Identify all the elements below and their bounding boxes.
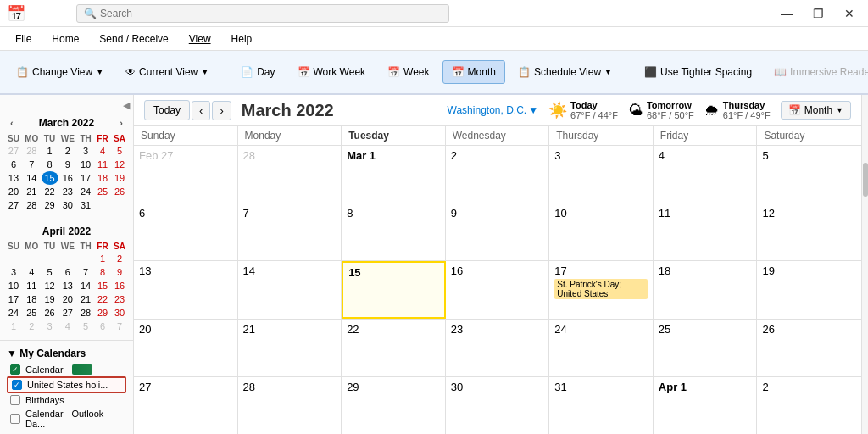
mini-date[interactable]: 13 <box>5 171 22 185</box>
my-calendars-title[interactable]: ▼ My Calendars <box>7 348 126 359</box>
mini-date[interactable] <box>111 198 128 212</box>
next-nav-button[interactable]: › <box>212 101 231 120</box>
mini-date[interactable]: 4 <box>94 144 111 158</box>
mini-date[interactable]: 14 <box>77 279 94 292</box>
mini-date[interactable]: 17 <box>5 292 22 306</box>
mini-date[interactable]: 10 <box>5 279 22 292</box>
grid-cell[interactable]: Mar 1 <box>342 146 446 203</box>
grid-cell-today[interactable]: 15 <box>342 261 446 318</box>
mini-date[interactable]: 28 <box>22 198 42 212</box>
grid-cell[interactable]: 4 <box>654 146 758 203</box>
mini-date[interactable]: 20 <box>58 292 78 306</box>
mini-date[interactable]: 1 <box>5 320 22 333</box>
restore-button[interactable]: ❐ <box>806 3 831 24</box>
grid-cell[interactable]: 3 <box>549 146 654 203</box>
mini-date[interactable]: 17 <box>77 171 94 185</box>
calendar-item-birthdays[interactable]: Birthdays <box>7 393 126 407</box>
grid-cell[interactable]: 23 <box>446 320 550 376</box>
prev-month-btn[interactable]: ‹ <box>7 116 17 130</box>
menu-view[interactable]: View <box>181 30 220 48</box>
grid-cell[interactable]: 18 <box>654 261 758 318</box>
scrollbar[interactable] <box>861 95 868 434</box>
mini-date[interactable]: 29 <box>94 306 111 320</box>
mini-date[interactable]: 4 <box>22 265 42 279</box>
mini-date[interactable]: 14 <box>22 171 42 185</box>
menu-file[interactable]: File <box>7 30 40 48</box>
mini-date[interactable]: 15 <box>94 279 111 292</box>
search-input[interactable] <box>100 8 442 19</box>
grid-cell[interactable]: 20 <box>134 320 238 376</box>
mini-date[interactable]: 2 <box>58 144 78 158</box>
immersive-reader-button[interactable]: 📖 Immersive Reader <box>765 60 868 84</box>
mini-date[interactable]: 10 <box>77 158 94 171</box>
week-button[interactable]: 📅 Week <box>378 60 438 84</box>
mini-date[interactable]: 5 <box>111 144 128 158</box>
prev-nav-button[interactable]: ‹ <box>192 101 210 120</box>
mini-date[interactable]: 6 <box>94 320 111 333</box>
mini-date[interactable]: 11 <box>22 279 42 292</box>
mini-date[interactable]: 30 <box>111 306 128 320</box>
calendar-checkbox-4[interactable] <box>10 414 20 424</box>
grid-cell[interactable]: 24 <box>549 320 654 376</box>
mini-date[interactable]: 27 <box>5 198 22 212</box>
mini-date[interactable]: 7 <box>77 265 94 279</box>
mini-date[interactable]: 16 <box>58 171 78 185</box>
next-month-btn[interactable]: › <box>116 116 126 130</box>
grid-cell[interactable]: 27 <box>134 377 238 434</box>
mini-date[interactable]: 27 <box>5 144 22 158</box>
mini-date[interactable] <box>94 198 111 212</box>
mini-date[interactable]: 22 <box>94 292 111 306</box>
menu-help[interactable]: Help <box>223 30 261 48</box>
grid-cell[interactable]: 28 <box>238 146 342 203</box>
grid-cell[interactable]: 16 <box>446 261 550 318</box>
grid-cell[interactable]: 17 St. Patrick's Day; United States <box>549 261 654 318</box>
menu-send-receive[interactable]: Send / Receive <box>91 30 176 48</box>
tighter-spacing-button[interactable]: ⬛ Use Tighter Spacing <box>635 60 761 84</box>
mini-date[interactable]: 16 <box>111 279 128 292</box>
mini-date[interactable]: 7 <box>22 158 42 171</box>
mini-date[interactable]: 28 <box>77 306 94 320</box>
minimize-button[interactable]: — <box>774 3 799 24</box>
grid-cell[interactable]: 7 <box>238 203 342 260</box>
mini-date[interactable]: 29 <box>42 198 58 212</box>
grid-cell[interactable]: 5 <box>757 146 861 203</box>
view-selector[interactable]: 📅 Month ▼ <box>781 101 851 120</box>
grid-cell[interactable]: 26 <box>757 320 861 376</box>
mini-date[interactable]: 12 <box>111 158 128 171</box>
scrollbar-thumb[interactable] <box>863 163 868 197</box>
mini-date[interactable]: 5 <box>77 320 94 333</box>
grid-cell[interactable]: 14 <box>238 261 342 318</box>
calendar-item-main[interactable]: ✓ Calendar <box>7 363 126 376</box>
mini-date[interactable]: 20 <box>5 185 22 198</box>
mini-date[interactable]: 13 <box>58 279 78 292</box>
mini-date[interactable]: 18 <box>22 292 42 306</box>
mini-date[interactable]: 8 <box>42 158 58 171</box>
grid-cell[interactable]: 29 <box>342 377 446 434</box>
calendar-checkbox-2[interactable]: ✓ <box>12 380 22 390</box>
mini-date[interactable]: 30 <box>58 198 78 212</box>
mini-date[interactable]: 26 <box>42 306 58 320</box>
mini-date[interactable]: 24 <box>77 185 94 198</box>
mini-date[interactable]: 9 <box>58 158 78 171</box>
grid-cell[interactable]: 13 <box>134 261 238 318</box>
grid-cell[interactable]: 22 <box>342 320 446 376</box>
mini-date[interactable]: 31 <box>77 198 94 212</box>
day-view-button[interactable]: 📄 Day <box>231 60 284 84</box>
mini-date[interactable]: 5 <box>42 265 58 279</box>
grid-cell[interactable]: 8 <box>342 203 446 260</box>
mini-date[interactable]: 4 <box>58 320 78 333</box>
mini-date[interactable]: 8 <box>94 265 111 279</box>
event-st-patricks[interactable]: St. Patrick's Day; United States <box>554 279 648 299</box>
mini-date[interactable]: 27 <box>58 306 78 320</box>
grid-cell[interactable]: 6 <box>134 203 238 260</box>
calendar-item-us-holidays[interactable]: ✓ United States holi... <box>7 376 126 393</box>
mini-date[interactable]: 21 <box>77 292 94 306</box>
grid-cell[interactable]: 9 <box>446 203 550 260</box>
mini-date[interactable]: 18 <box>94 171 111 185</box>
grid-cell[interactable]: 2 <box>446 146 550 203</box>
month-button[interactable]: 📅 Month <box>442 60 505 84</box>
grid-cell[interactable]: 21 <box>238 320 342 376</box>
mini-date-today[interactable]: 15 <box>42 171 58 185</box>
mini-date[interactable]: 2 <box>111 252 128 265</box>
grid-cell[interactable]: 19 <box>757 261 861 318</box>
